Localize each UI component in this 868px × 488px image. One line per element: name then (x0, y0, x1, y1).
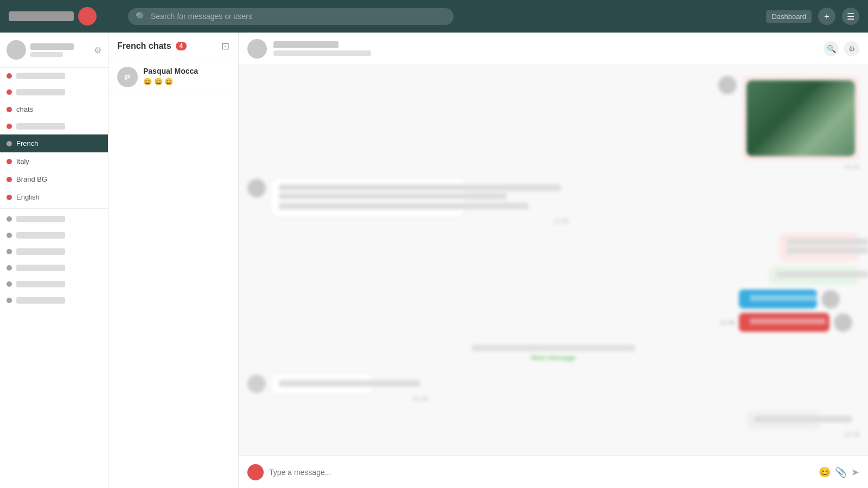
sidebar-item-label (16, 73, 65, 79)
sidebar-item-italy[interactable]: Italy (0, 152, 108, 170)
chat-item-pasqual[interactable]: P Pasqual Mocca 😄 😄 😄 (108, 60, 238, 94)
message-bubble-green (769, 266, 859, 285)
profile-name (30, 43, 74, 50)
message-row: 12:35 (247, 179, 859, 224)
dot-icon (7, 249, 12, 254)
dot-icon (7, 124, 12, 129)
message-timestamp: 12:36 (719, 319, 735, 326)
new-message-label: New message (531, 354, 576, 362)
dashboard-button[interactable]: Dashboard (766, 10, 812, 23)
sidebar-item-label4[interactable] (0, 292, 108, 309)
chat-search-button[interactable]: 🔍 (824, 41, 839, 56)
sidebar-item-label (16, 232, 65, 239)
message-input[interactable] (269, 468, 813, 477)
search-input[interactable] (151, 12, 446, 21)
message-bubble (271, 179, 464, 217)
sidebar-item-messages2[interactable] (0, 211, 108, 227)
send-button[interactable]: ➤ (851, 466, 859, 478)
sidebar-item-archived[interactable] (0, 118, 108, 134)
add-button[interactable]: ＋ (818, 8, 835, 25)
dot-icon (7, 177, 12, 182)
sidebar-item-chats[interactable]: chats (0, 100, 108, 118)
sidebar-item-english-label: English (16, 193, 101, 201)
chat-header-actions: 🔍 ⚙ (824, 41, 859, 56)
sidebar-item-messages[interactable] (0, 84, 108, 100)
chat-header-name (273, 41, 339, 48)
sidebar-item-french[interactable]: French (0, 134, 108, 152)
message-avatar (247, 375, 266, 393)
sidebar-item-label3[interactable] (0, 276, 108, 292)
chat-settings-button[interactable]: ⚙ (844, 41, 859, 56)
emoji-button[interactable]: 😊 (819, 466, 831, 478)
sidebar-item-label (16, 248, 65, 255)
sidebar-item-brandbg-label: Brand BG (16, 175, 101, 183)
message-row: 12:38 (247, 375, 859, 402)
message-bubble-pink (779, 233, 859, 261)
dot-icon (7, 216, 12, 222)
chat-header-info (273, 41, 817, 56)
dot-icon (7, 159, 12, 164)
sidebar-item-italy-label: Italy (16, 157, 101, 165)
message-avatar (247, 179, 266, 197)
new-message-indicator: New message (247, 341, 859, 366)
message-row: 12:39 (247, 410, 859, 438)
logo-text (9, 11, 74, 21)
attach-button[interactable]: 📎 (835, 466, 847, 478)
messages-area[interactable]: 12:34 12:35 (239, 65, 868, 455)
dot-icon (7, 73, 12, 79)
message-image (746, 80, 855, 156)
profile-info (30, 43, 74, 57)
message-button-red[interactable] (739, 313, 829, 332)
top-nav-right: Dashboard ＋ ☰ (766, 8, 859, 25)
message-button-blue[interactable] (739, 290, 817, 309)
dot-icon (7, 107, 12, 112)
sidebar-item-label (16, 297, 65, 304)
sidebar-item-english[interactable]: English (0, 188, 108, 206)
dot-icon (7, 141, 12, 146)
sidebar-item-label (16, 89, 65, 95)
profile-avatar (7, 40, 26, 60)
message-row: 12:36 (247, 233, 859, 332)
new-chat-icon[interactable]: ⊡ (221, 40, 229, 52)
chat-info: Pasqual Mocca 😄 😄 😄 (143, 67, 229, 86)
message-timestamp: 12:35 (271, 218, 569, 224)
sidebar-divider (0, 208, 108, 209)
search-icon: 🔍 (136, 11, 146, 22)
sidebar-item-conversations2[interactable] (0, 227, 108, 243)
message-timestamp: 12:34 (844, 164, 859, 170)
sidebar-item-french-label: French (16, 139, 101, 147)
sidebar-item-conversations[interactable] (0, 68, 108, 84)
dot-icon (7, 265, 12, 271)
logo-area (9, 7, 117, 25)
sidebar-item-label1[interactable] (0, 243, 108, 260)
dot-icon (7, 89, 12, 95)
search-bar[interactable]: 🔍 (128, 8, 454, 25)
chat-input-area: 😊 📎 ➤ (239, 455, 868, 488)
sidebar-item-brandbg[interactable]: Brand BG (0, 170, 108, 188)
settings-icon[interactable]: ⚙ (94, 45, 101, 55)
chat-preview: 😄 😄 😄 (143, 78, 229, 86)
message-avatar (718, 76, 737, 94)
sidebar: ⚙ chats French Italy Brand BG (0, 33, 108, 488)
dot-icon (7, 298, 12, 303)
dot-icon (7, 233, 12, 238)
sidebar-item-label (16, 281, 65, 287)
dot-icon (7, 195, 12, 200)
logo-avatar (78, 7, 97, 25)
chat-main: 🔍 ⚙ 12:34 (239, 33, 868, 488)
message-avatar (821, 290, 840, 309)
chat-list-panel: French chats 4 ⊡ P Pasqual Mocca 😄 😄 😄 (108, 33, 239, 488)
sidebar-item-label2[interactable] (0, 260, 108, 276)
profile-status (30, 52, 63, 57)
message-avatar (834, 313, 852, 332)
sidebar-item-label (16, 216, 65, 222)
message-timestamp: 12:39 (746, 431, 859, 438)
message-row: 12:34 (247, 76, 859, 170)
message-bubble (271, 375, 373, 394)
chat-count-badge: 4 (176, 42, 187, 50)
message-bubble (746, 410, 820, 430)
input-actions: 😊 📎 ➤ (819, 466, 859, 478)
chat-header-sub (273, 50, 371, 56)
sidebar-item-chats-label: chats (16, 105, 101, 113)
menu-button[interactable]: ☰ (842, 8, 859, 25)
